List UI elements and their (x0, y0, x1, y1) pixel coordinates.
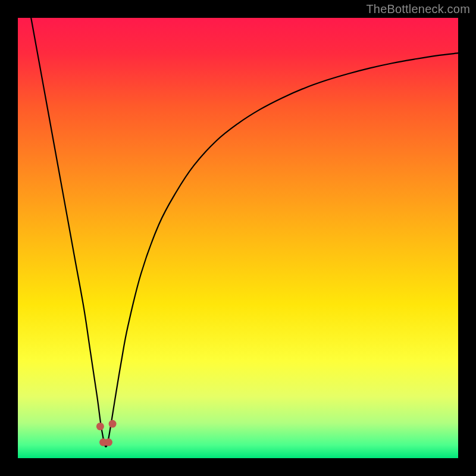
notch-right-inner (105, 439, 112, 446)
watermark-text: TheBottleneck.com (366, 2, 470, 16)
bottleneck-chart (0, 0, 476, 476)
plot-background (18, 18, 458, 458)
notch-left-outer (96, 422, 104, 430)
notch-right-outer (109, 420, 117, 428)
chart-frame: TheBottleneck.com (0, 0, 476, 476)
